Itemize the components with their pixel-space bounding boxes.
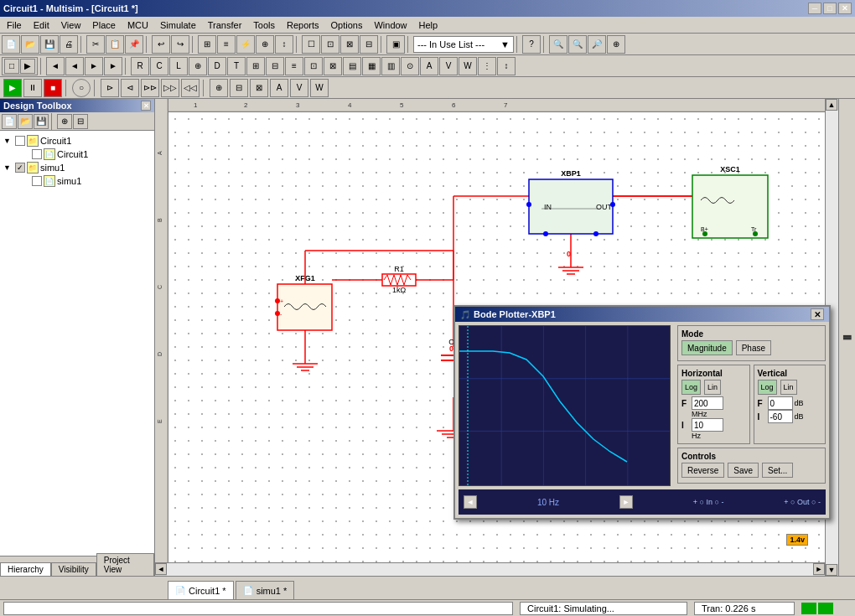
scroll-right-button[interactable]: ► (813, 563, 825, 575)
menu-file[interactable]: File (2, 19, 27, 31)
tb2-btn23[interactable]: V (439, 57, 458, 75)
bode-dialog-close-button[interactable]: ✕ (811, 308, 824, 320)
vert-i-input[interactable] (768, 410, 793, 423)
scroll-track-h[interactable] (167, 563, 813, 576)
close-button[interactable]: ✕ (838, 3, 852, 14)
menu-view[interactable]: View (56, 19, 86, 31)
tb2-btn19[interactable]: ▦ (362, 57, 381, 75)
tb2-btn17[interactable]: ⊠ (324, 57, 342, 75)
sim-fast-fwd[interactable]: ▷▷ (161, 79, 179, 97)
menu-edit[interactable]: Edit (28, 19, 54, 31)
tb2-btn10[interactable]: ⊕ (189, 57, 207, 75)
tb2-btn25[interactable]: ⋮ (478, 57, 496, 75)
sim-stop-button[interactable]: ■ (44, 79, 62, 97)
tb-extra4[interactable]: ⊕ (256, 35, 274, 54)
open-button[interactable]: 📂 (21, 35, 39, 54)
magnitude-button[interactable]: Magnitude (681, 340, 733, 355)
tb-zoom2[interactable]: 🔍 (568, 35, 587, 54)
tb2-btn1[interactable]: □ (4, 59, 19, 74)
tb2-btn9[interactable]: L (169, 57, 188, 75)
sim-step-fwd[interactable]: ⊳ (101, 79, 119, 97)
tb2-btn21[interactable]: ⊙ (401, 57, 419, 75)
bode-save-button[interactable]: Save (728, 463, 759, 478)
menu-simulate[interactable]: Simulate (155, 19, 201, 31)
hz-i-input[interactable] (692, 418, 723, 432)
tb-extra3[interactable]: ⚡ (236, 35, 255, 54)
tb2-btn3[interactable]: ◄ (46, 57, 65, 75)
phase-button[interactable]: Phase (736, 340, 771, 355)
cut-button[interactable]: ✂ (86, 35, 105, 54)
undo-button[interactable]: ↩ (152, 35, 170, 54)
vert-log-button[interactable]: Log (758, 380, 777, 395)
simu1-tab[interactable]: 📄 simu1 * (236, 581, 295, 599)
sim-step2[interactable]: ⊳⊳ (141, 79, 159, 97)
tab-hierarchy[interactable]: Hierarchy (0, 562, 51, 576)
sim-rewind[interactable]: ◁◁ (181, 79, 200, 97)
sim-extra2[interactable]: ⊟ (230, 79, 248, 97)
menu-window[interactable]: Window (369, 19, 412, 31)
tb-extra10[interactable]: ▣ (386, 35, 405, 54)
horizontal-scrollbar[interactable]: ◄ ► (155, 562, 825, 576)
sim-extra1[interactable]: ⊕ (210, 79, 228, 97)
tb-extra1[interactable]: ⊞ (198, 35, 216, 54)
tb2-btn8[interactable]: C (150, 57, 168, 75)
sim-extra4[interactable]: A (270, 79, 288, 97)
tb2-btn14[interactable]: ⊟ (266, 57, 284, 75)
circuit-canvas[interactable]: 1 2 3 4 5 6 7 A B C D E (155, 99, 838, 576)
panel-btn5[interactable]: ⊟ (73, 114, 88, 129)
tree-item-circuit1-child[interactable]: 📄 Circuit1 (3, 148, 151, 161)
tb2-btn11[interactable]: D (208, 57, 226, 75)
tree-item-simu1-root[interactable]: ▼ ✓ 📁 simu1 (3, 161, 151, 174)
tb-extra9[interactable]: ⊟ (360, 35, 378, 54)
tab-project-view[interactable]: Project View (96, 553, 154, 576)
copy-button[interactable]: 📋 (106, 35, 124, 54)
tb2-btn26[interactable]: ↕ (497, 57, 516, 75)
tree-item-circuit1-root[interactable]: ▼ 📁 Circuit1 (3, 134, 151, 148)
tb-extra7[interactable]: ⊡ (321, 35, 339, 54)
new-button[interactable]: 📄 (2, 35, 20, 54)
tb2-btn16[interactable]: ⊡ (304, 57, 323, 75)
sim-play-button[interactable]: ▶ (3, 79, 22, 97)
bode-right-arrow[interactable]: ► (619, 495, 633, 509)
reverse-button[interactable]: Reverse (681, 463, 724, 478)
save-button[interactable]: 💾 (40, 35, 59, 54)
panel-close-icon[interactable]: ✕ (141, 101, 151, 111)
set-button[interactable]: Set... (762, 463, 793, 478)
tb-extra8[interactable]: ⊠ (340, 35, 359, 54)
sim-extra5[interactable]: V (290, 79, 308, 97)
scroll-up-button[interactable]: ▲ (826, 99, 837, 111)
menu-mcu[interactable]: MCU (122, 19, 153, 31)
menu-place[interactable]: Place (87, 19, 121, 31)
tb2-btn20[interactable]: ▥ (381, 57, 400, 75)
tb-zoom4[interactable]: ⊕ (607, 35, 625, 54)
print-button[interactable]: 🖨 (60, 35, 78, 54)
sim-step-rev[interactable]: ⊲ (121, 79, 139, 97)
maximize-button[interactable]: □ (823, 3, 837, 14)
tb2-btn22[interactable]: A (420, 57, 438, 75)
paste-button[interactable]: 📌 (125, 35, 143, 54)
hz-log-button[interactable]: Log (681, 380, 701, 395)
tb2-btn24[interactable]: W (459, 57, 477, 75)
in-use-list-dropdown[interactable]: --- In Use List --- ▼ (413, 36, 514, 53)
sim-extra3[interactable]: ⊠ (250, 79, 268, 97)
tb2-btn12[interactable]: T (227, 57, 246, 75)
tab-visibility[interactable]: Visibility (51, 562, 96, 576)
tb-extra5[interactable]: ↕ (275, 35, 293, 54)
menu-help[interactable]: Help (414, 19, 443, 31)
scroll-down-button[interactable]: ▼ (826, 564, 837, 576)
sim-extra6[interactable]: W (310, 79, 329, 97)
tb-zoom3[interactable]: 🔎 (588, 35, 606, 54)
tree-item-simu1-child[interactable]: 📄 simu1 (3, 174, 151, 188)
tb2-btn13[interactable]: ⊞ (246, 57, 265, 75)
tb-extra2[interactable]: ≡ (217, 35, 236, 54)
minimize-button[interactable]: ─ (808, 3, 821, 14)
tb-extra6[interactable]: ☐ (302, 35, 320, 54)
menu-options[interactable]: Options (326, 19, 368, 31)
circuit1-tab[interactable]: 📄 Circuit1 * (168, 581, 234, 599)
redo-button[interactable]: ↪ (171, 35, 189, 54)
tb2-btn2[interactable]: ▶ (20, 59, 35, 74)
dialog-title-bar[interactable]: 🎵 Bode Plotter-XBP1 ✕ (455, 307, 829, 322)
hz-lin-button[interactable]: Lin (704, 380, 721, 395)
tb2-btn4[interactable]: ◄ (65, 57, 84, 75)
panel-btn4[interactable]: ⊕ (57, 114, 72, 129)
